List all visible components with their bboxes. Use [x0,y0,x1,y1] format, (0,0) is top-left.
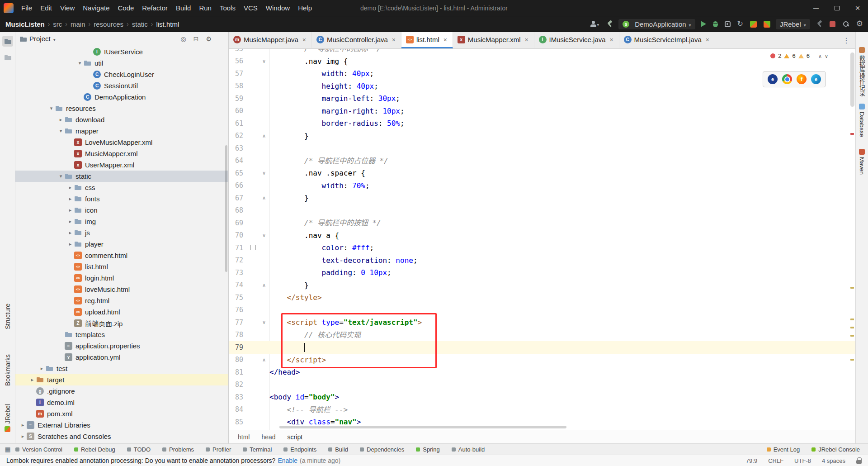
code-line-73[interactable]: 73 padding: 0 10px; [229,266,855,279]
toolwindow-jrebel-console[interactable]: JRebel Console [811,446,860,453]
tree-item-util[interactable]: util [15,57,228,69]
settings-button[interactable] [855,19,864,29]
tree-item-comment-html[interactable]: comment.html [15,250,228,261]
code-line-84[interactable]: 84 <!-- 导航栏 --> [229,404,855,416]
horizontal-scrollbar[interactable] [279,426,566,428]
tree-item-upload-html[interactable]: upload.html [15,306,228,318]
tool-window-switcher-icon[interactable] [0,446,15,453]
fold-open-icon[interactable] [262,167,266,180]
editor-tab-musicserviceimpl-java[interactable]: MusicServiceImpl.java [619,32,715,48]
fold-close-icon[interactable] [262,354,266,366]
breadcrumb-item-musiclisten[interactable]: MusicListen [5,20,45,28]
run-config-select[interactable]: DemoApplication [618,19,695,29]
toolwindow-dependencies[interactable]: Dependencies [360,446,404,453]
editor-tab-musicmapper-java[interactable]: MusicMapper.java [229,32,312,48]
editor-tab-musiccontroller-java[interactable]: MusicController.java [312,32,401,48]
code-line-83[interactable]: 83<body id="body"> [229,391,855,404]
chevron-right-icon[interactable] [66,230,74,236]
code-line-64[interactable]: 64 /* 导航栏中的占位器 */ [229,155,855,167]
tree-item-static[interactable]: static [15,171,228,182]
close-tab-icon[interactable] [524,36,529,43]
toolwindow-auto-build[interactable]: Auto-build [452,446,485,453]
tab-overflow-icon[interactable] [837,32,855,48]
editor-breadcrumb-html[interactable]: html [238,433,250,441]
code-line-72[interactable]: 72 text-decoration: none; [229,254,855,267]
maven-tool-tab[interactable]: Maven [856,149,868,175]
chevron-right-icon[interactable] [66,241,74,247]
warning-stripe-mark[interactable] [850,327,854,328]
code-line-65[interactable]: 65 .nav .spacer { [229,167,855,180]
close-button[interactable] [847,0,868,16]
close-tab-icon[interactable] [443,36,448,43]
tree-item-lovemusic-html[interactable]: loveMusic.html [15,284,228,295]
warning-stripe-mark[interactable] [850,319,854,320]
breadcrumb-item-main[interactable]: main [71,20,85,28]
tree-item--zip[interactable]: 前端页面.zip [15,318,228,329]
jrebel-debug-button[interactable] [762,19,772,29]
toolwindow-profiler[interactable]: Profiler [206,446,231,453]
chevron-down-icon[interactable] [47,105,55,111]
editor-tab-list-html[interactable]: list.html [401,32,453,48]
line-separator[interactable]: CRLF [768,457,783,464]
tree-item-checkloginuser[interactable]: CheckLoginUser [15,69,228,80]
tree-item-icon[interactable]: icon [15,204,228,216]
editor-breadcrumb-script[interactable]: script [288,433,302,441]
chevron-right-icon[interactable] [38,366,46,371]
fold-open-icon[interactable] [262,316,266,329]
code-line-58[interactable]: 58 height: 40px; [229,80,855,93]
stop-button[interactable] [828,20,837,29]
code-line-60[interactable]: 60 margin-right: 10px; [229,105,855,118]
coverage-button[interactable] [723,20,732,29]
profiler-button[interactable] [736,19,745,29]
chevron-down-icon[interactable] [57,173,65,179]
fold-close-icon[interactable] [262,279,266,292]
project-tool-header[interactable]: Project [20,35,56,43]
database-tool-tab[interactable]: Database [856,104,868,137]
indent-info[interactable]: 4 spaces [822,457,845,464]
menu-run[interactable]: Run [195,0,216,16]
tree-item-login-html[interactable]: login.html [15,272,228,284]
search-everywhere-button[interactable] [841,19,851,29]
menu-edit[interactable]: Edit [36,0,56,16]
toolwindow-todo[interactable]: TODO [127,446,151,453]
code-line-75[interactable]: 75 </style> [229,291,855,304]
next-problem-icon[interactable] [825,52,828,59]
menu-tools[interactable]: Tools [216,0,240,16]
tree-item-css[interactable]: css [15,182,228,193]
tree-item-sessionutil[interactable]: SessionUtil [15,80,228,91]
menu-refactor[interactable]: Refactor [138,0,172,16]
tree-item-scratches-and-consoles[interactable]: Scratches and Consoles [15,431,228,442]
toolwindow-build[interactable]: Build [328,446,348,453]
toolwindow-event-log[interactable]: Event Log [767,446,800,453]
tree-item-img[interactable]: img [15,216,228,227]
menu-navigate[interactable]: Navigate [79,0,113,16]
editor-breadcrumb-head[interactable]: head [261,433,275,441]
breadcrumb-item-list-html[interactable]: list.html [156,20,179,28]
scrollbar-thumb[interactable] [850,52,854,107]
toolwindow-problems[interactable]: Problems [162,446,194,453]
fold-close-icon[interactable] [262,192,266,204]
hide-panel-icon[interactable] [219,35,224,43]
menu-help[interactable]: Help [294,0,316,16]
tree-item-demoapplication[interactable]: DemoApplication [15,91,228,103]
toolwindow-version-control[interactable]: Version Control [15,446,62,453]
tree-item-musicmapper-xml[interactable]: MusicMapper.xml [15,148,228,159]
code-line-62[interactable]: 62 } [229,130,855,143]
tree-item-usermapper-xml[interactable]: UserMapper.xml [15,159,228,171]
tree-item-js[interactable]: js [15,227,228,238]
jrebel-tool-tab[interactable]: JRebel [0,404,15,432]
debug-button[interactable] [712,20,719,29]
minimize-button[interactable] [806,0,826,16]
chevron-right-icon[interactable] [66,207,74,213]
warning-stripe-mark[interactable] [850,287,854,289]
fold-open-icon[interactable] [262,229,266,242]
tree-item-target[interactable]: target [15,374,228,385]
tree-item-test[interactable]: test [15,363,228,374]
warning-stripe-mark[interactable] [850,359,854,361]
code-line-71[interactable]: 71 color: #fff; [229,242,855,254]
tree-item-download[interactable]: download [15,114,228,125]
code-line-68[interactable]: 68 [229,204,855,217]
code-line-74[interactable]: 74 } [229,279,855,292]
editor-tab-imusicservice-java[interactable]: IMusicService.java [534,32,619,48]
locate-file-icon[interactable] [180,35,186,43]
